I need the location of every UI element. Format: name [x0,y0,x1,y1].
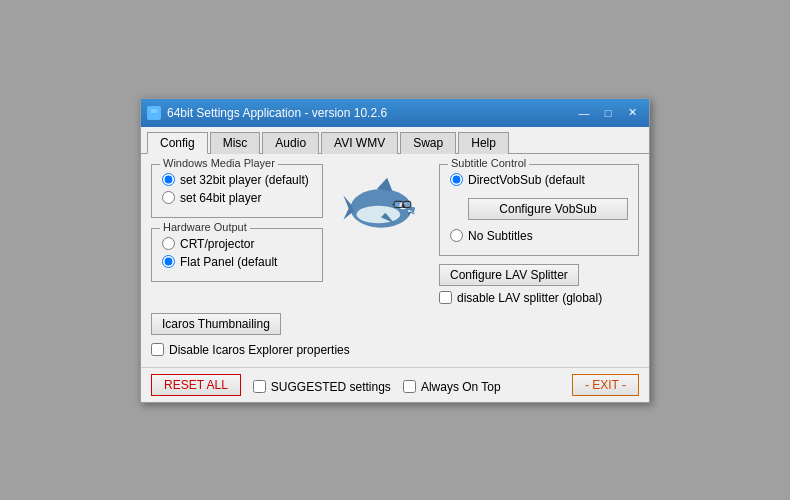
always-on-top-row: Always On Top [403,380,501,394]
disable-lav-label: disable LAV splitter (global) [457,291,602,305]
radio-no-subtitles[interactable] [450,229,463,242]
radio-flat-label: Flat Panel (default [180,255,277,269]
tab-config[interactable]: Config [147,132,208,154]
radio-crt-row: CRT/projector [162,237,312,251]
disable-icaros-checkbox[interactable] [151,343,164,356]
app-icon [147,106,161,120]
configure-lav-button[interactable]: Configure LAV Splitter [439,264,579,286]
svg-rect-13 [395,201,403,206]
always-on-top-label: Always On Top [421,380,501,394]
radio-directvobsub[interactable] [450,173,463,186]
subtitle-control-group: Subtitle Control DirectVobSub (default C… [439,164,639,256]
tab-help[interactable]: Help [458,132,509,154]
radio-32bit-row: set 32bit player (default) [162,173,312,187]
right-column: Subtitle Control DirectVobSub (default C… [439,164,639,305]
always-on-top-checkbox[interactable] [403,380,416,393]
tab-swap[interactable]: Swap [400,132,456,154]
svg-rect-7 [408,210,410,212]
svg-rect-1 [151,109,157,113]
tab-misc[interactable]: Misc [210,132,261,154]
hardware-output-label: Hardware Output [160,221,250,233]
middle-row: Windows Media Player set 32bit player (d… [151,164,639,305]
radio-crt[interactable] [162,237,175,250]
radio-flat-panel[interactable] [162,255,175,268]
windows-media-player-label: Windows Media Player [160,157,278,169]
tab-avi-wmv[interactable]: AVI WMV [321,132,398,154]
radio-32bit-player[interactable] [162,173,175,186]
svg-point-3 [357,205,401,223]
disable-icaros-label: Disable Icaros Explorer properties [169,343,350,357]
radio-64bit-row: set 64bit player [162,191,312,205]
radio-64bit-label: set 64bit player [180,191,261,205]
radio-flat-row: Flat Panel (default [162,255,312,269]
suggested-settings-checkbox[interactable] [253,380,266,393]
tab-bar: Config Misc Audio AVI WMV Swap Help [141,127,649,154]
main-content: Windows Media Player set 32bit player (d… [141,154,649,367]
radio-64bit-player[interactable] [162,191,175,204]
shark-logo [341,169,421,239]
thumbnailing-section: Icaros Thumbnailing Disable Icaros Explo… [151,313,639,357]
svg-rect-14 [404,201,410,206]
disable-icaros-row: Disable Icaros Explorer properties [151,343,639,357]
radio-no-subtitles-label: No Subtitles [468,229,533,243]
configure-vobsub-button[interactable]: Configure VobSub [468,198,628,220]
close-button[interactable]: ✕ [621,104,643,122]
left-column: Windows Media Player set 32bit player (d… [151,164,323,282]
title-bar: 64bit Settings Application - version 10.… [141,99,649,127]
disable-lav-checkbox[interactable] [439,291,452,304]
radio-nosubtitles-row: No Subtitles [450,229,628,243]
lav-section: Configure LAV Splitter disable LAV split… [439,264,639,305]
hardware-output-group: Hardware Output CRT/projector Flat Panel… [151,228,323,282]
radio-directvobsub-label: DirectVobSub (default [468,173,585,187]
shark-image-container [331,164,431,244]
radio-directvobsub-row: DirectVobSub (default [450,173,628,187]
exit-button[interactable]: - EXIT - [572,374,639,396]
title-bar-controls: — □ ✕ [573,104,643,122]
suggested-settings-row: SUGGESTED settings [253,380,391,394]
thumbnailing-button[interactable]: Icaros Thumbnailing [151,313,281,335]
reset-all-button[interactable]: RESET ALL [151,374,241,396]
suggested-settings-label: SUGGESTED settings [271,380,391,394]
subtitle-control-label: Subtitle Control [448,157,529,169]
tab-audio[interactable]: Audio [262,132,319,154]
main-window: 64bit Settings Application - version 10.… [140,98,650,403]
bottom-bar: RESET ALL SUGGESTED settings Always On T… [141,367,649,402]
svg-rect-8 [410,210,411,211]
window-title: 64bit Settings Application - version 10.… [167,106,387,120]
title-bar-left: 64bit Settings Application - version 10.… [147,106,387,120]
radio-crt-label: CRT/projector [180,237,254,251]
disable-lav-row: disable LAV splitter (global) [439,291,639,305]
minimize-button[interactable]: — [573,104,595,122]
maximize-button[interactable]: □ [597,104,619,122]
windows-media-player-group: Windows Media Player set 32bit player (d… [151,164,323,218]
radio-32bit-label: set 32bit player (default) [180,173,309,187]
